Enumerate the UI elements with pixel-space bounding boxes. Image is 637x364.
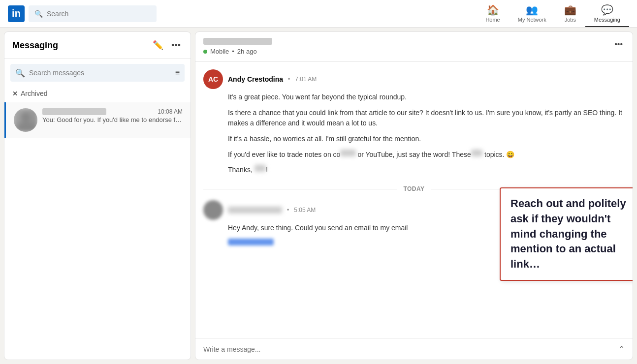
tooltip-text: Reach out and politely ask if they would… xyxy=(510,197,626,270)
nav-item-jobs-label: Jobs xyxy=(565,17,576,23)
expand-icon[interactable]: ⌃ xyxy=(618,344,625,354)
msg-time-today: 5:05 AM xyxy=(294,207,316,213)
top-navigation: LinkedInin 🔍 🏠 Home 👥 My Network 💼 Jobs … xyxy=(0,0,637,28)
sidebar-header: Messaging ✏️ ••• xyxy=(4,32,191,59)
nav-item-my-network[interactable]: 👥 My Network xyxy=(509,0,555,27)
sidebar-actions: ✏️ ••• xyxy=(151,38,183,53)
msg-para-4: If you'd ever like to trade notes on co … xyxy=(228,150,625,160)
blurred-content-2 xyxy=(471,150,482,156)
conv-name-row: 10:08 AM xyxy=(42,108,183,115)
search-input[interactable] xyxy=(47,10,151,18)
blurred-email xyxy=(228,239,274,245)
msg-dot-sep: • xyxy=(288,76,290,83)
msg-sender-row: AC Andy Crestodina • 7:01 AM xyxy=(203,69,625,89)
conversation-list: 10:08 AM You: Good for you. If you'd lik… xyxy=(4,102,191,360)
nav-item-messaging[interactable]: 💬 Messaging xyxy=(585,0,629,27)
blurred-name xyxy=(255,165,266,172)
close-archived-icon: ✕ xyxy=(12,90,18,97)
chat-more-button[interactable]: ••• xyxy=(612,38,625,51)
filter-icon[interactable]: ≡ xyxy=(175,68,180,77)
blurred-content xyxy=(340,150,355,156)
compose-button[interactable]: ✏️ xyxy=(151,38,165,53)
sidebar-title: Messaging xyxy=(12,40,58,51)
date-divider-text: TODAY xyxy=(397,185,430,192)
search-messages-input[interactable] xyxy=(29,69,175,77)
archived-label: Archived xyxy=(21,90,47,97)
msg-body-andy: It's a great piece. You went far beyond … xyxy=(203,92,625,176)
nav-item-messaging-label: Messaging xyxy=(594,17,620,23)
msg-para-1: It's a great piece. You went far beyond … xyxy=(228,92,625,103)
svg-point-1 xyxy=(18,122,33,132)
nav-items: 🏠 Home 👥 My Network 💼 Jobs 💬 Messaging xyxy=(477,0,629,27)
chat-time-ago: • xyxy=(232,48,234,55)
chat-contact-name-blurred xyxy=(203,38,272,45)
archived-bar[interactable]: ✕ Archived xyxy=(4,87,191,102)
nav-item-home[interactable]: 🏠 Home xyxy=(477,0,509,27)
msg-para-2: Is there a chance that you could link fr… xyxy=(228,108,625,129)
conv-time: 10:08 AM xyxy=(158,108,183,115)
jobs-icon: 💼 xyxy=(564,4,576,16)
chat-panel: Mobile • 2h ago ••• AC Andy Crestodina •… xyxy=(195,31,633,360)
chat-header: Mobile • 2h ago ••• xyxy=(195,32,633,61)
message-block-andy: AC Andy Crestodina • 7:01 AM It's a grea… xyxy=(203,69,625,176)
conv-info: 10:08 AM You: Good for you. If you'd lik… xyxy=(42,108,183,123)
conv-name-blurred xyxy=(42,108,106,115)
status-dot-icon xyxy=(203,50,207,54)
conv-preview: You: Good for you. If you'd like me to e… xyxy=(42,116,183,123)
chat-status: Mobile • 2h ago xyxy=(203,48,272,55)
write-message-input[interactable] xyxy=(203,345,618,353)
msg-time: 7:01 AM xyxy=(295,76,317,83)
search-messages-bar[interactable]: 🔍 ≡ xyxy=(10,64,185,82)
msg-para-5: Thanks, ! xyxy=(228,165,625,176)
chat-header-info: Mobile • 2h ago xyxy=(203,38,272,55)
tooltip-box: Reach out and politely ask if they would… xyxy=(500,187,633,281)
main-layout: Messaging ✏️ ••• 🔍 ≡ ✕ Archived xyxy=(0,28,637,364)
write-message-bar: ⌃ xyxy=(195,338,633,360)
msg-avatar-andy: AC xyxy=(203,69,223,89)
more-button[interactable]: ••• xyxy=(169,38,183,53)
chat-time-ago-value: 2h ago xyxy=(237,48,257,55)
conv-avatar xyxy=(14,108,37,132)
search-messages-icon: 🔍 xyxy=(15,68,25,78)
nav-item-jobs[interactable]: 💼 Jobs xyxy=(555,0,585,27)
messaging-icon: 💬 xyxy=(601,4,613,16)
msg-para-3: If it's a hassle, no worries at all. I'm… xyxy=(228,134,625,145)
msg-sender-name-blurred xyxy=(228,207,282,213)
msg-sender-name: Andy Crestodina xyxy=(228,75,283,83)
msg-dot-sep-today: • xyxy=(287,207,289,213)
svg-point-0 xyxy=(21,112,31,122)
nav-item-home-label: Home xyxy=(485,17,500,23)
search-bar[interactable]: 🔍 xyxy=(29,5,157,22)
linkedin-logo: LinkedInin xyxy=(8,5,25,22)
my-network-icon: 👥 xyxy=(526,4,538,16)
conversation-item[interactable]: 10:08 AM You: Good for you. If you'd lik… xyxy=(4,102,191,138)
home-icon: 🏠 xyxy=(487,4,499,16)
chat-status-text: Mobile xyxy=(210,48,229,55)
nav-item-my-network-label: My Network xyxy=(518,17,546,23)
search-icon: 🔍 xyxy=(34,10,43,18)
messaging-sidebar: Messaging ✏️ ••• 🔍 ≡ ✕ Archived xyxy=(4,31,191,360)
msg-avatar-blurred xyxy=(203,200,223,220)
